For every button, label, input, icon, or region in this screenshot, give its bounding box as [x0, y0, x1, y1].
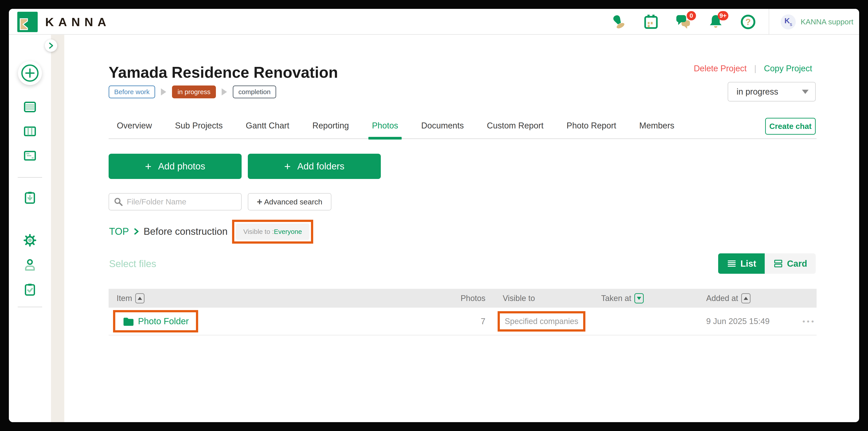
- advanced-search-button[interactable]: + Advanced search: [248, 193, 331, 210]
- add-folders-button[interactable]: + Add folders: [248, 154, 381, 179]
- card-view-icon: [773, 259, 783, 269]
- sort-asc-icon: [138, 297, 142, 300]
- create-chat-button[interactable]: Create chat: [765, 118, 816, 135]
- copy-project-link[interactable]: Copy Project: [764, 64, 812, 73]
- sidebar-divider: [18, 177, 42, 178]
- status-dropdown-value: in progress: [737, 87, 778, 97]
- add-photos-button[interactable]: + Add photos: [108, 154, 242, 179]
- chat-icon[interactable]: 0: [675, 14, 691, 30]
- view-list-label: List: [740, 259, 756, 269]
- tab-gantt-chart[interactable]: Gantt Chart: [246, 121, 289, 130]
- sort-item-button[interactable]: [135, 293, 145, 303]
- visibility-value: Everyone: [274, 228, 302, 235]
- table-header: Item Photos Visible to Taken at Added at: [108, 289, 816, 308]
- annotation-box-visibility: Visible to : Everyone: [232, 220, 313, 244]
- row-added-at: 9 Jun 2025 15:49: [706, 317, 770, 326]
- add-photos-label: Add photos: [158, 161, 205, 172]
- annotation-box-folder: Photo Folder: [113, 310, 198, 332]
- annotation-box-visible-to: Specified companies: [498, 311, 585, 332]
- plus-circle-icon: [21, 64, 39, 82]
- search-box: [108, 193, 242, 210]
- row-photos-count: 7: [430, 317, 486, 326]
- column-added-at: Added at: [706, 293, 750, 303]
- sidebar-divider: [18, 307, 42, 307]
- kanna-logo: KANNA: [17, 12, 111, 32]
- sidebar-item-tasks[interactable]: [23, 283, 37, 297]
- sidebar-item-settings[interactable]: [23, 233, 37, 247]
- view-list-button[interactable]: List: [718, 253, 765, 274]
- logo-text: KANNA: [45, 15, 111, 29]
- sidebar-expand-button[interactable]: [45, 39, 57, 52]
- view-card-button[interactable]: Card: [765, 253, 816, 274]
- sidebar-add-button[interactable]: [18, 61, 42, 85]
- tab-reporting[interactable]: Reporting: [312, 121, 349, 130]
- status-step-before-work: Before work: [108, 86, 155, 98]
- avatar[interactable]: K s: [781, 14, 796, 29]
- visibility-label: Visible to :: [243, 228, 274, 235]
- sidebar-item-reports[interactable]: [23, 148, 37, 163]
- column-visible-to: Visible to: [503, 294, 535, 303]
- column-item-label: Item: [117, 294, 132, 303]
- avatar-initial-s: s: [790, 22, 792, 27]
- tab-sub-projects[interactable]: Sub Projects: [175, 121, 222, 130]
- column-item: Item: [117, 293, 145, 303]
- column-taken-at-label: Taken at: [601, 294, 631, 303]
- stamp-icon[interactable]: [611, 14, 627, 30]
- user-name[interactable]: KANNA support: [801, 18, 854, 26]
- topbar-actions: 0 9+ ? K s KANNA support: [611, 9, 859, 35]
- table-row: Photo Folder 7 Specified companies 9 Jun…: [108, 308, 816, 335]
- view-toggle: List Card: [718, 253, 816, 274]
- help-icon[interactable]: ?: [740, 14, 756, 30]
- avatar-initial-k: K: [784, 16, 790, 25]
- plus-icon: +: [257, 197, 262, 206]
- tab-documents[interactable]: Documents: [421, 121, 464, 130]
- sidebar-item-board[interactable]: [23, 124, 37, 138]
- page-title: Yamada Residence Renovation: [108, 64, 338, 81]
- plus-icon: +: [284, 161, 290, 172]
- topbar: KANNA: [9, 9, 859, 35]
- column-photos-label: Photos: [430, 294, 486, 303]
- status-dropdown[interactable]: in progress: [728, 82, 816, 101]
- folder-link[interactable]: Photo Folder: [138, 316, 189, 326]
- advanced-search-label: Advanced search: [264, 198, 322, 206]
- row-menu-button[interactable]: •••: [796, 317, 822, 326]
- visibility-badge[interactable]: Visible to : Everyone: [236, 224, 309, 240]
- chat-badge: 0: [687, 11, 696, 21]
- step-arrow-icon: [161, 88, 166, 95]
- chevron-right-icon: [133, 227, 139, 236]
- bell-icon[interactable]: 9+: [708, 14, 724, 30]
- tab-bar: Overview Sub Projects Gantt Chart Report…: [117, 121, 674, 130]
- list-view-icon: [726, 259, 737, 269]
- sort-taken-at-button[interactable]: [634, 293, 644, 303]
- tab-members[interactable]: Members: [639, 121, 674, 130]
- select-files-button[interactable]: Select files: [109, 258, 156, 269]
- report-card-icon: [23, 148, 37, 163]
- app-window: KANNA: [9, 9, 859, 422]
- search-input[interactable]: [126, 197, 234, 206]
- sort-added-at-button[interactable]: [741, 293, 750, 303]
- status-step-in-progress: in progress: [172, 86, 216, 98]
- sort-asc-icon: [744, 297, 748, 300]
- view-card-label: Card: [787, 259, 807, 269]
- sidebar-item-members[interactable]: [23, 258, 37, 272]
- tab-overview[interactable]: Overview: [117, 121, 152, 130]
- sidebar-item-projects[interactable]: [23, 100, 37, 114]
- tab-photos[interactable]: Photos: [372, 121, 398, 130]
- column-added-at-label: Added at: [706, 294, 738, 303]
- breadcrumb-current: Before construction: [144, 226, 228, 237]
- column-taken-at: Taken at: [601, 293, 644, 303]
- sidebar: [9, 35, 51, 422]
- folder-icon: [122, 316, 134, 327]
- person-icon: [23, 258, 37, 272]
- actions-separator: |: [754, 64, 756, 73]
- tab-custom-report[interactable]: Custom Report: [487, 121, 544, 130]
- sidebar-item-import[interactable]: [23, 191, 37, 205]
- tab-photo-report[interactable]: Photo Report: [566, 121, 616, 130]
- calendar-icon[interactable]: [643, 14, 659, 30]
- column-photos: Photos: [430, 294, 486, 303]
- chevron-down-icon: [802, 90, 809, 94]
- list-rows-icon: [23, 100, 37, 114]
- delete-project-link[interactable]: Delete Project: [694, 64, 747, 73]
- row-visible-to: Specified companies: [505, 317, 578, 326]
- breadcrumb-root[interactable]: TOP: [109, 226, 129, 237]
